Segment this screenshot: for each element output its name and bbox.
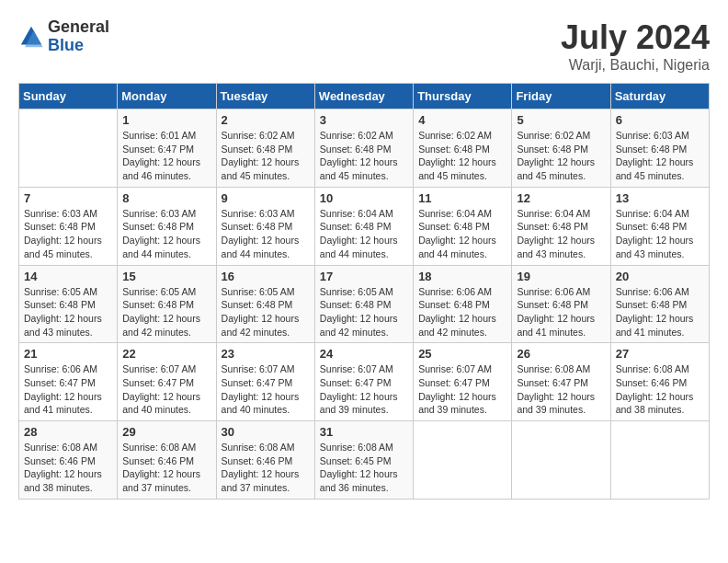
day-number: 16	[222, 270, 310, 283]
cell-info: Sunrise: 6:06 AM Sunset: 6:48 PM Dayligh…	[517, 285, 605, 339]
calendar-cell: 15Sunrise: 6:05 AM Sunset: 6:48 PM Dayli…	[118, 265, 216, 343]
day-number: 18	[418, 270, 506, 283]
day-number: 21	[24, 347, 112, 361]
calendar-cell: 23Sunrise: 6:07 AM Sunset: 6:47 PM Dayli…	[216, 343, 314, 421]
calendar-cell: 30Sunrise: 6:08 AM Sunset: 6:46 PM Dayli…	[216, 421, 314, 500]
month-title: July 2024	[561, 18, 710, 57]
day-number: 31	[320, 425, 408, 439]
weekday-header-thursday: Thursday	[414, 84, 512, 109]
cell-info: Sunrise: 6:07 AM Sunset: 6:47 PM Dayligh…	[122, 362, 210, 417]
day-number: 22	[122, 347, 210, 361]
calendar-cell: 22Sunrise: 6:07 AM Sunset: 6:47 PM Dayli…	[118, 343, 216, 421]
calendar-cell: 17Sunrise: 6:05 AM Sunset: 6:48 PM Dayli…	[314, 265, 413, 343]
calendar-cell: 29Sunrise: 6:08 AM Sunset: 6:46 PM Dayli…	[118, 421, 216, 500]
cell-info: Sunrise: 6:05 AM Sunset: 6:48 PM Dayligh…	[320, 285, 408, 339]
cell-info: Sunrise: 6:07 AM Sunset: 6:47 PM Dayligh…	[320, 362, 408, 417]
cell-info: Sunrise: 6:07 AM Sunset: 6:47 PM Dayligh…	[222, 362, 310, 417]
cell-info: Sunrise: 6:03 AM Sunset: 6:48 PM Dayligh…	[616, 129, 704, 183]
weekday-row: SundayMondayTuesdayWednesdayThursdayFrid…	[19, 84, 710, 109]
calendar-cell: 1Sunrise: 6:01 AM Sunset: 6:47 PM Daylig…	[118, 109, 216, 188]
day-number: 5	[517, 113, 605, 127]
day-number: 19	[517, 270, 605, 283]
calendar-cell	[610, 421, 709, 500]
calendar-cell: 4Sunrise: 6:02 AM Sunset: 6:48 PM Daylig…	[414, 109, 512, 188]
day-number: 27	[616, 347, 704, 361]
day-number: 2	[222, 113, 310, 127]
logo-blue: Blue	[48, 37, 109, 55]
cell-info: Sunrise: 6:04 AM Sunset: 6:48 PM Dayligh…	[616, 207, 704, 261]
day-number: 29	[122, 425, 210, 439]
calendar-cell: 6Sunrise: 6:03 AM Sunset: 6:48 PM Daylig…	[610, 109, 709, 188]
day-number: 23	[222, 347, 310, 361]
calendar-cell: 31Sunrise: 6:08 AM Sunset: 6:45 PM Dayli…	[314, 421, 413, 500]
cell-info: Sunrise: 6:08 AM Sunset: 6:46 PM Dayligh…	[222, 441, 310, 495]
weekday-header-wednesday: Wednesday	[314, 84, 413, 109]
calendar-body: 1Sunrise: 6:01 AM Sunset: 6:47 PM Daylig…	[19, 109, 710, 500]
cell-info: Sunrise: 6:04 AM Sunset: 6:48 PM Dayligh…	[320, 207, 408, 261]
logo-icon	[18, 24, 44, 50]
calendar-cell: 27Sunrise: 6:08 AM Sunset: 6:46 PM Dayli…	[610, 343, 709, 421]
calendar-cell: 10Sunrise: 6:04 AM Sunset: 6:48 PM Dayli…	[314, 187, 413, 265]
cell-info: Sunrise: 6:06 AM Sunset: 6:48 PM Dayligh…	[616, 285, 704, 339]
weekday-header-monday: Monday	[118, 84, 216, 109]
day-number: 8	[122, 191, 210, 205]
calendar-cell: 28Sunrise: 6:08 AM Sunset: 6:46 PM Dayli…	[19, 421, 118, 500]
cell-info: Sunrise: 6:06 AM Sunset: 6:48 PM Dayligh…	[418, 285, 506, 339]
calendar-cell: 14Sunrise: 6:05 AM Sunset: 6:48 PM Dayli…	[19, 265, 118, 343]
calendar-week-4: 21Sunrise: 6:06 AM Sunset: 6:47 PM Dayli…	[19, 343, 710, 421]
cell-info: Sunrise: 6:08 AM Sunset: 6:46 PM Dayligh…	[24, 441, 112, 495]
calendar-cell: 16Sunrise: 6:05 AM Sunset: 6:48 PM Dayli…	[216, 265, 314, 343]
calendar-cell: 8Sunrise: 6:03 AM Sunset: 6:48 PM Daylig…	[118, 187, 216, 265]
calendar-cell: 20Sunrise: 6:06 AM Sunset: 6:48 PM Dayli…	[610, 265, 709, 343]
calendar-cell: 2Sunrise: 6:02 AM Sunset: 6:48 PM Daylig…	[216, 109, 314, 188]
cell-info: Sunrise: 6:03 AM Sunset: 6:48 PM Dayligh…	[24, 207, 112, 261]
weekday-header-friday: Friday	[512, 84, 610, 109]
cell-info: Sunrise: 6:08 AM Sunset: 6:46 PM Dayligh…	[122, 441, 210, 495]
calendar-cell	[512, 421, 610, 500]
calendar-cell: 21Sunrise: 6:06 AM Sunset: 6:47 PM Dayli…	[19, 343, 118, 421]
day-number: 28	[24, 425, 112, 439]
cell-info: Sunrise: 6:04 AM Sunset: 6:48 PM Dayligh…	[418, 207, 506, 261]
weekday-header-tuesday: Tuesday	[216, 84, 314, 109]
calendar-header: SundayMondayTuesdayWednesdayThursdayFrid…	[19, 84, 710, 109]
day-number: 4	[418, 113, 506, 127]
cell-info: Sunrise: 6:02 AM Sunset: 6:48 PM Dayligh…	[517, 129, 605, 183]
day-number: 10	[320, 191, 408, 205]
calendar-cell: 18Sunrise: 6:06 AM Sunset: 6:48 PM Dayli…	[414, 265, 512, 343]
calendar-cell: 9Sunrise: 6:03 AM Sunset: 6:48 PM Daylig…	[216, 187, 314, 265]
day-number: 15	[122, 270, 210, 283]
cell-info: Sunrise: 6:02 AM Sunset: 6:48 PM Dayligh…	[320, 129, 408, 183]
day-number: 3	[320, 113, 408, 127]
calendar-cell: 11Sunrise: 6:04 AM Sunset: 6:48 PM Dayli…	[414, 187, 512, 265]
weekday-header-saturday: Saturday	[610, 84, 709, 109]
cell-info: Sunrise: 6:01 AM Sunset: 6:47 PM Dayligh…	[122, 129, 210, 183]
day-number: 26	[517, 347, 605, 361]
logo: General Blue	[18, 18, 109, 55]
logo-text: General Blue	[48, 18, 109, 55]
calendar-week-2: 7Sunrise: 6:03 AM Sunset: 6:48 PM Daylig…	[19, 187, 710, 265]
day-number: 17	[320, 270, 408, 283]
cell-info: Sunrise: 6:07 AM Sunset: 6:47 PM Dayligh…	[418, 362, 506, 417]
day-number: 1	[122, 113, 210, 127]
day-number: 12	[517, 191, 605, 205]
location-title: Warji, Bauchi, Nigeria	[561, 57, 710, 74]
day-number: 20	[616, 270, 704, 283]
calendar-cell: 24Sunrise: 6:07 AM Sunset: 6:47 PM Dayli…	[314, 343, 413, 421]
cell-info: Sunrise: 6:05 AM Sunset: 6:48 PM Dayligh…	[222, 285, 310, 339]
day-number: 25	[418, 347, 506, 361]
cell-info: Sunrise: 6:04 AM Sunset: 6:48 PM Dayligh…	[517, 207, 605, 261]
cell-info: Sunrise: 6:02 AM Sunset: 6:48 PM Dayligh…	[222, 129, 310, 183]
day-number: 14	[24, 270, 112, 283]
day-number: 24	[320, 347, 408, 361]
cell-info: Sunrise: 6:06 AM Sunset: 6:47 PM Dayligh…	[24, 362, 112, 417]
calendar-cell: 5Sunrise: 6:02 AM Sunset: 6:48 PM Daylig…	[512, 109, 610, 188]
cell-info: Sunrise: 6:05 AM Sunset: 6:48 PM Dayligh…	[24, 285, 112, 339]
calendar-week-3: 14Sunrise: 6:05 AM Sunset: 6:48 PM Dayli…	[19, 265, 710, 343]
calendar-table: SundayMondayTuesdayWednesdayThursdayFrid…	[18, 83, 710, 500]
cell-info: Sunrise: 6:03 AM Sunset: 6:48 PM Dayligh…	[222, 207, 310, 261]
page-header: General Blue July 2024 Warji, Bauchi, Ni…	[18, 18, 710, 74]
day-number: 13	[616, 191, 704, 205]
weekday-header-sunday: Sunday	[19, 84, 118, 109]
calendar-cell	[414, 421, 512, 500]
calendar-cell: 3Sunrise: 6:02 AM Sunset: 6:48 PM Daylig…	[314, 109, 413, 188]
